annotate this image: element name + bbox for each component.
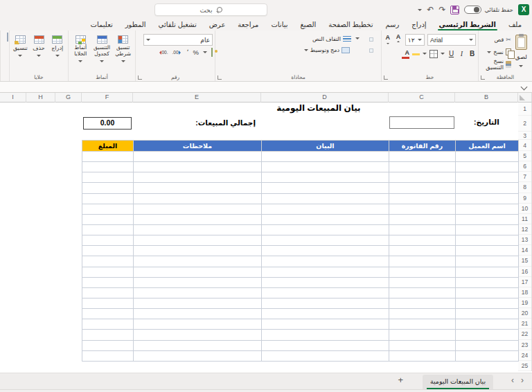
table-cell[interactable]: [82, 298, 134, 308]
row-header-20[interactable]: 20: [518, 308, 531, 319]
row-header-12[interactable]: 12: [518, 224, 531, 235]
table-cell[interactable]: [82, 204, 134, 214]
table-cell[interactable]: [456, 277, 519, 287]
table-cell[interactable]: [134, 193, 262, 204]
table-cell[interactable]: [389, 256, 456, 267]
row-header-23[interactable]: 23: [518, 340, 531, 350]
align-center-button[interactable]: [369, 48, 373, 53]
cut-button[interactable]: ✂ قص: [481, 35, 511, 44]
table-cell[interactable]: [262, 224, 389, 235]
table-cell[interactable]: [456, 309, 519, 319]
paste-button[interactable]: لصق: [513, 33, 530, 71]
insert-cells-button[interactable]: إدراج: [48, 33, 66, 71]
table-cell[interactable]: [134, 350, 262, 361]
sheet-prev-icon[interactable]: ‹: [511, 375, 514, 385]
number-format-select[interactable]: عام: [143, 34, 213, 46]
table-cell[interactable]: [134, 235, 262, 246]
increase-font-size-button[interactable]: A: [394, 34, 402, 46]
table-cell[interactable]: [262, 183, 389, 193]
table-cell[interactable]: [456, 267, 519, 277]
column-header-F[interactable]: F: [82, 93, 133, 103]
ribbon-tab-5[interactable]: الصيغ: [294, 21, 322, 30]
table-cell[interactable]: [389, 298, 456, 308]
row-header-3[interactable]: 3: [518, 132, 531, 140]
row-header-11[interactable]: 11: [518, 214, 531, 224]
table-cell[interactable]: [134, 246, 262, 256]
table-cell[interactable]: [82, 267, 134, 277]
save-icon[interactable]: [450, 6, 459, 15]
ribbon-tab-7[interactable]: مراجعة: [231, 21, 265, 30]
table-cell[interactable]: [389, 319, 456, 330]
table-cell[interactable]: [134, 204, 262, 214]
table-header-1[interactable]: ملاحظات: [134, 141, 262, 152]
table-cell[interactable]: [134, 214, 262, 224]
row-header-14[interactable]: 14: [518, 245, 531, 256]
row-header-7[interactable]: 7: [518, 172, 531, 182]
date-label-cell[interactable]: التاريخ:: [455, 118, 518, 126]
table-cell[interactable]: [389, 193, 456, 204]
table-cell[interactable]: [262, 350, 389, 361]
row-header-9[interactable]: 9: [518, 193, 531, 204]
orientation-button[interactable]: [354, 34, 361, 44]
underline-dropdown-caret[interactable]: [441, 53, 445, 57]
decrease-font-size-button[interactable]: A: [384, 35, 391, 46]
align-top-button[interactable]: [376, 38, 379, 41]
table-cell[interactable]: [82, 256, 134, 267]
table-cell[interactable]: [456, 235, 519, 246]
table-cell[interactable]: [82, 235, 134, 246]
redo-icon[interactable]: ↷: [438, 6, 445, 14]
table-cell[interactable]: [456, 256, 519, 267]
align-right-button[interactable]: [376, 49, 379, 52]
wrap-text-button[interactable]: التفاف النص: [312, 36, 351, 42]
table-cell[interactable]: [262, 235, 389, 246]
row-header-21[interactable]: 21: [518, 319, 531, 329]
table-cell[interactable]: [389, 330, 456, 340]
row-header-18[interactable]: 18: [518, 287, 531, 298]
table-cell[interactable]: [82, 330, 134, 340]
table-cell[interactable]: [389, 214, 456, 224]
ribbon-tab-9[interactable]: تشغيل تلقائي: [152, 21, 203, 30]
paste-dropdown-caret[interactable]: [519, 65, 523, 69]
format-cells-button[interactable]: تنسيق: [12, 33, 29, 71]
table-cell[interactable]: [389, 152, 456, 162]
table-cell[interactable]: [134, 340, 262, 350]
chevron-down-icon[interactable]: [521, 84, 528, 91]
align-middle-button[interactable]: [369, 37, 373, 42]
column-header-E[interactable]: E: [133, 93, 261, 103]
column-header-B[interactable]: B: [455, 93, 518, 103]
column-header-H[interactable]: H: [26, 93, 55, 103]
undo-icon[interactable]: ↶: [427, 6, 434, 14]
table-cell[interactable]: [262, 267, 389, 277]
table-cell[interactable]: [262, 172, 389, 183]
autosave-toggle[interactable]: [464, 6, 481, 14]
table-cell[interactable]: [82, 172, 134, 183]
table-cell[interactable]: [82, 287, 134, 298]
delete-cells-button[interactable]: حذف: [30, 33, 48, 71]
table-cell[interactable]: [389, 204, 456, 214]
table-cell[interactable]: [262, 340, 389, 350]
copy-button[interactable]: نسخ: [481, 47, 511, 57]
sheet-tab-active[interactable]: بيان المبيعات اليومية: [423, 375, 493, 389]
table-cell[interactable]: [262, 287, 389, 298]
table-cell[interactable]: [262, 246, 389, 256]
table-cell[interactable]: [389, 172, 456, 183]
ribbon-tab-10[interactable]: المطور: [119, 21, 152, 30]
row-header-4[interactable]: 4: [518, 140, 531, 151]
table-cell[interactable]: [262, 319, 389, 330]
table-cell[interactable]: [134, 277, 262, 287]
table-cell[interactable]: [134, 287, 262, 298]
row-header-13[interactable]: 13: [518, 235, 531, 245]
table-header-3[interactable]: رقم الفاتورة: [389, 141, 456, 152]
add-sheet-button[interactable]: +: [398, 375, 403, 385]
ribbon-tab-1[interactable]: الشريط الرئيسي: [433, 21, 502, 30]
conditional-formatting-button[interactable]: تنسيق شرطي: [113, 33, 133, 71]
table-cell[interactable]: [456, 350, 519, 361]
table-header-0[interactable]: المبلغ: [82, 141, 134, 152]
row-header-17[interactable]: 17: [518, 277, 531, 287]
borders-button[interactable]: [429, 50, 438, 58]
table-cell[interactable]: [134, 267, 262, 277]
ribbon-tab-6[interactable]: بيانات: [265, 21, 294, 30]
table-cell[interactable]: [456, 162, 519, 172]
table-cell[interactable]: [389, 350, 456, 361]
table-cell[interactable]: [389, 340, 456, 350]
